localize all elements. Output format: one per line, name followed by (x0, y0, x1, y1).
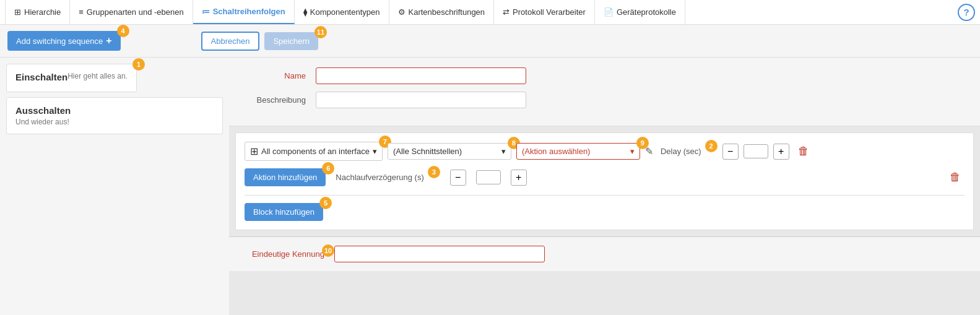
nachlauf-minus-button[interactable]: − (450, 170, 466, 186)
toolbar: Add switching sequence + 4 Abbrechen Spe… (0, 25, 980, 58)
nav-label-gruppenarten: Gruppenarten und -ebenen (87, 7, 184, 17)
interface-dropdown-label: (Alle Schnittstellen) (393, 147, 462, 156)
aktion-hinzufuegen-wrap: Aktion hinzufügen 6 (245, 168, 326, 186)
delay-badge: 2 (705, 140, 718, 152)
aktion-dropdown[interactable]: (Aktion auswählen) ▾ (516, 143, 640, 160)
nachlauf-wrap: Nachlaufverzögerung (s) 3 (336, 173, 440, 182)
nachlauf-label: Nachlaufverzögerung (s) (336, 173, 423, 182)
component-dropdown-wrap: ⊞ All components of an interface ▾ 7 (245, 142, 383, 161)
nav-label-hierarchie: Hierarchie (24, 7, 61, 17)
block-hinzufuegen-section: Block hinzufügen 5 (245, 195, 965, 221)
schaltreihen-icon: ≔ (202, 7, 210, 16)
protokoll-icon: ⇄ (503, 7, 510, 17)
row-trash-button[interactable]: 🗑 (794, 144, 813, 159)
list-item-einschalten[interactable]: 1 Einschalten Hier geht alles an. (6, 64, 137, 92)
eindeutige-row: Eindeutige Kennung 10 (244, 246, 965, 262)
interface-dropdown-wrap: (Alle Schnittstellen) ▾ 8 (388, 143, 511, 160)
nachlauf-plus-button[interactable]: + (511, 170, 527, 186)
eindeutige-input[interactable] (334, 246, 545, 262)
delay-label: Delay (sec) (661, 147, 701, 156)
form-row-name: Name (244, 67, 965, 84)
nav-item-geraete[interactable]: 📄 Geräteprotokolle (595, 0, 685, 24)
ausschalten-subtitle: Und wieder aus! (15, 118, 214, 126)
help-button[interactable]: ? (958, 4, 975, 21)
nav-label-schaltreihen: Schaltreihenfolgen (213, 7, 285, 16)
delay-wrap: Delay (sec) 2 (661, 147, 718, 156)
komponenten-icon: ⧫ (303, 7, 307, 17)
ausschalten-title: Ausschalten (15, 105, 214, 116)
block-trash-button[interactable]: 🗑 (946, 170, 965, 185)
form-row-beschreibung: Beschreibung (244, 92, 965, 108)
name-label: Name (244, 71, 306, 80)
nav-item-schaltreihen[interactable]: ≔ Schaltreihenfolgen (193, 0, 295, 24)
aktion-dropdown-label: (Aktion auswählen) (522, 147, 591, 156)
interface-chevron-icon: ▾ (501, 147, 506, 156)
gruppenarten-icon: ≡ (79, 7, 84, 17)
block-hinzufuegen-button[interactable]: Block hinzufügen (245, 203, 323, 221)
nav-item-gruppenarten[interactable]: ≡ Gruppenarten und -ebenen (70, 0, 193, 24)
nav-label-komponenten: Komponententypen (310, 7, 380, 17)
add-button-wrap: Add switching sequence + 4 (7, 31, 121, 51)
aktion-dropdown-wrap: (Aktion auswählen) ▾ 9 (516, 143, 640, 160)
karten-icon: ⚙ (398, 7, 405, 17)
eindeutige-label-wrap: Eindeutige Kennung 10 (244, 249, 324, 259)
abbrechen-button[interactable]: Abbrechen (201, 32, 260, 51)
block-section: ⊞ All components of an interface ▾ 7 (Al… (235, 132, 974, 230)
action-bottom-row: Aktion hinzufügen 6 Nachlaufverzögerung … (245, 168, 965, 186)
component-dropdown-icon: ⊞ (250, 145, 258, 157)
hierarchie-icon: ⊞ (14, 7, 21, 17)
list-item-ausschalten[interactable]: Ausschalten Und wieder aus! (6, 97, 223, 134)
nachlauf-input[interactable]: 0 (476, 170, 501, 184)
name-input[interactable] (316, 67, 526, 84)
block-hinzufuegen-wrap: Block hinzufügen 5 (245, 203, 323, 221)
beschreibung-input[interactable] (316, 92, 526, 108)
geraete-icon: 📄 (604, 7, 614, 17)
nav-item-komponenten[interactable]: ⧫ Komponententypen (295, 0, 389, 24)
delay-input[interactable]: 0 (744, 144, 768, 158)
einschalten-badge: 1 (132, 58, 145, 71)
speichern-button[interactable]: Speichern (264, 32, 318, 50)
delay-plus-button[interactable]: + (773, 144, 789, 160)
nav-label-geraete: Geräteprotokolle (617, 7, 676, 17)
nachlauf-badge: 3 (428, 166, 440, 178)
edit-icon[interactable]: ✎ (645, 145, 653, 157)
eindeutige-section: Eindeutige Kennung 10 (229, 236, 980, 271)
top-navigation: ⊞ Hierarchie ≡ Gruppenarten und -ebenen … (0, 0, 980, 25)
beschreibung-label: Beschreibung (244, 95, 306, 105)
right-panel: Name Beschreibung ⊞ All components of an… (229, 58, 980, 315)
component-dropdown[interactable]: ⊞ All components of an interface ▾ (245, 142, 383, 161)
nav-item-hierarchie[interactable]: ⊞ Hierarchie (5, 0, 70, 24)
aktion-hinzufuegen-button[interactable]: Aktion hinzufügen (245, 168, 326, 186)
nav-item-protokoll[interactable]: ⇄ Protokoll Verarbeiter (494, 0, 595, 24)
left-panel: 1 Einschalten Hier geht alles an. Aussch… (0, 58, 229, 315)
add-switching-sequence-button[interactable]: Add switching sequence + (7, 31, 121, 51)
nav-label-protokoll: Protokoll Verarbeiter (513, 7, 586, 17)
nav-item-karten[interactable]: ⚙ Kartenbeschriftungen (389, 0, 495, 24)
component-dropdown-label: All components of an interface (261, 147, 370, 156)
plus-icon: + (106, 35, 111, 46)
form-section: Name Beschreibung (229, 58, 980, 126)
delay-minus-button[interactable]: − (722, 144, 739, 160)
add-button-label: Add switching sequence (16, 37, 103, 46)
speichern-wrap: Speichern 11 (264, 32, 318, 50)
aktion-chevron-icon: ▾ (630, 147, 635, 156)
action-dropdowns-row: ⊞ All components of an interface ▾ 7 (Al… (245, 142, 965, 161)
chevron-down-icon: ▾ (373, 147, 377, 156)
eindeutige-label: Eindeutige Kennung (244, 249, 324, 259)
einschalten-title: Einschalten (15, 72, 67, 82)
einschalten-subtitle: Hier geht alles an. (67, 72, 128, 84)
interface-dropdown[interactable]: (Alle Schnittstellen) ▾ (388, 143, 511, 160)
main-layout: 1 Einschalten Hier geht alles an. Aussch… (0, 58, 980, 315)
nav-label-karten: Kartenbeschriftungen (409, 7, 485, 17)
